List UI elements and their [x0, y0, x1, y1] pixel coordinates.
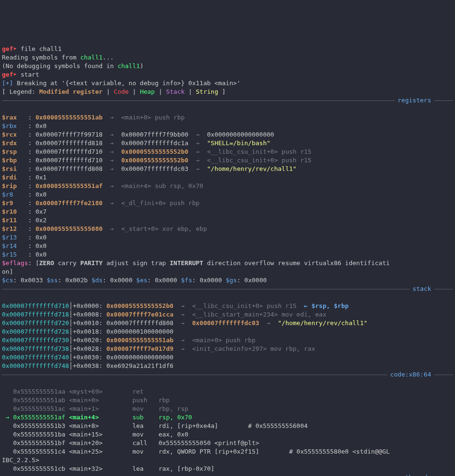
reg-r10-val: 0x7: [35, 208, 46, 215]
terminal-output[interactable]: gef➤ file chall1 Reading symbols from ch…: [2, 36, 453, 476]
reg-r9-val: 0x00007ffff7fe2180: [35, 199, 102, 207]
eflags-parity: PARITY: [80, 259, 102, 267]
eflags-mid: adjust sign trap: [102, 259, 170, 267]
seg-gs-val: : 0x0000: [237, 277, 267, 284]
reg-rsp: $rsp: [2, 148, 17, 155]
breaking-line: Breaking at '{<text variable, no debug i…: [13, 79, 240, 87]
stack-off: +0x0030:: [73, 354, 103, 361]
stack-val: 0x00005555555551ab: [106, 337, 173, 344]
reg-r12: $r12: [2, 225, 17, 232]
arrow-icon: →: [110, 157, 114, 164]
reg-rax-val: 0x00005555555551ab: [35, 114, 102, 121]
cmd-start: start: [17, 71, 39, 78]
arrow-icon: →: [110, 148, 114, 155]
no-debug-prefix: (No debugging symbols found in: [2, 62, 118, 69]
reg-rdx: $rdx: [2, 139, 17, 147]
binary-name: chall1: [118, 62, 140, 69]
no-debug-suffix: ): [140, 62, 144, 69]
stack-deref: <__libc_start_main+234> mov edi, eax: [192, 311, 326, 318]
reg-rbp-deref: <__libc_csu_init+0> push r15: [207, 157, 312, 164]
code-cur-instr: sub rsp, 0x70: [132, 414, 192, 421]
reg-r11: $r11: [2, 217, 17, 224]
prompt: gef➤: [2, 71, 17, 78]
sep: |: [185, 88, 196, 95]
reg-r10: $r10: [2, 208, 17, 215]
code-line-wrap: IBC_2.2.5>: [2, 456, 39, 464]
arrow-icon: →: [110, 199, 114, 207]
arrow-icon: →: [110, 139, 114, 147]
seg-es: $es: [136, 277, 147, 284]
legend-close: ]: [218, 88, 226, 95]
reg-rbx: $rbx: [2, 122, 17, 129]
section-registers: registers: [2, 96, 453, 105]
reg-rdx-mid: 0x00007fffffffdc1a: [121, 139, 188, 147]
reg-rdx-val: 0x00007fffffffd818: [35, 139, 102, 147]
arrow-icon: →: [196, 165, 200, 172]
reg-rsi-val: 0x00007fffffffd808: [35, 165, 102, 172]
seg-fs: $fs: [181, 277, 192, 284]
legend-modreg: Modified register: [39, 88, 102, 95]
legend-code: Code: [114, 88, 129, 95]
reg-rip-deref: <main+4> sub rsp, 0x70: [121, 182, 203, 189]
eflags-mid: carry: [54, 259, 81, 267]
reg-rcx-val: 0x00007ffff7f99718: [35, 131, 102, 138]
stack-val: 0x00005555555552b0: [106, 302, 173, 309]
eflags-mid: direction overflow resume virtualx86 ide…: [203, 259, 390, 267]
code-line: 0x5555555551ba <main+15> mov eax, 0x0: [2, 431, 188, 438]
section-code: code:x86:64: [2, 370, 453, 379]
stack-off: +0x0018:: [73, 328, 103, 335]
reg-rax: $rax: [2, 114, 17, 121]
code-line: 0x5555555551bf <main+20> call 0x55555555…: [2, 439, 259, 446]
stack-addr: 0x00007fffffffd738: [2, 345, 69, 352]
arrow-icon: →: [196, 131, 200, 138]
arrow-icon: →: [267, 319, 271, 327]
sep: |: [129, 88, 140, 95]
stack-addr: 0x00007fffffffd728: [2, 328, 69, 335]
reg-r9: $r9: [2, 199, 13, 207]
stack-off: +0x0028:: [73, 345, 103, 352]
reg-r15-val: 0x0: [35, 251, 46, 258]
stack-off: +0x0010:: [73, 319, 103, 327]
reg-rsp-mid: 0x00005555555552b0: [121, 148, 188, 155]
reg-rsp-deref: <__libc_csu_init+0> push r15: [207, 148, 312, 155]
reading-symbols: Reading symbols from: [2, 54, 80, 61]
arrow-icon: →: [110, 114, 114, 121]
info-tag: [+]: [2, 79, 13, 87]
section-stack: stack: [2, 285, 453, 293]
arrow-icon: →: [181, 311, 185, 318]
reg-rip-val: 0x00005555555551af: [35, 182, 102, 189]
reg-rax-deref: <main+0> push rbp: [121, 114, 184, 121]
reg-rbp-val: 0x00007fffffffd710: [35, 157, 102, 164]
reg-rsi-deref: "/home/henry/rev/chall1": [207, 165, 297, 172]
seg-cs: $cs: [2, 277, 13, 284]
code-line: 0x5555555551aa <myst+69> ret: [2, 388, 159, 395]
stack-addr: 0x00007fffffffd718: [2, 311, 69, 318]
arrow-icon: →: [196, 148, 200, 155]
eflags-zero: ZERO: [39, 259, 54, 267]
prompt: gef➤: [2, 45, 17, 52]
eflags-wrap: on]: [2, 268, 13, 275]
legend-heap: Heap: [140, 88, 155, 95]
stack-addr: 0x00007fffffffd730: [2, 337, 69, 344]
stack-val: 0x00007ffff7e01cca: [106, 311, 173, 318]
stack-off: +0x0038:: [73, 362, 103, 369]
reg-r13: $r13: [2, 234, 17, 241]
stack-tail: ← $rsp, $rbp: [296, 302, 349, 309]
reg-rbp-mid: 0x00005555555552b0: [121, 157, 188, 164]
eflags-interrupt: INTERRUPT: [170, 259, 203, 267]
stack-deref: <init_cacheinfo+297> mov rbp, rax: [192, 345, 315, 352]
reg-r13-val: 0x0: [35, 234, 46, 241]
stack-val: 0xe6929a21a21f1df6: [106, 362, 173, 369]
legend-string: String: [196, 88, 218, 95]
stack-addr: 0x00007fffffffd748: [2, 362, 69, 369]
seg-cs-val: : 0x0033: [13, 277, 46, 284]
reg-rsi: $rsi: [2, 165, 17, 172]
stack-mid: 0x00007fffffffdc03: [192, 319, 259, 327]
code-line: 0x5555555551ac <main+1> mov rbp, rsp: [2, 405, 188, 412]
seg-fs-val: : 0x0000: [192, 277, 225, 284]
stack-val: 0x0000000000000000: [106, 354, 173, 361]
legend-stack: Stack: [166, 88, 184, 95]
code-cur-arrow: →: [2, 414, 10, 421]
reg-rip: $rip: [2, 182, 17, 189]
reg-rdi-val: 0x1: [35, 174, 46, 181]
